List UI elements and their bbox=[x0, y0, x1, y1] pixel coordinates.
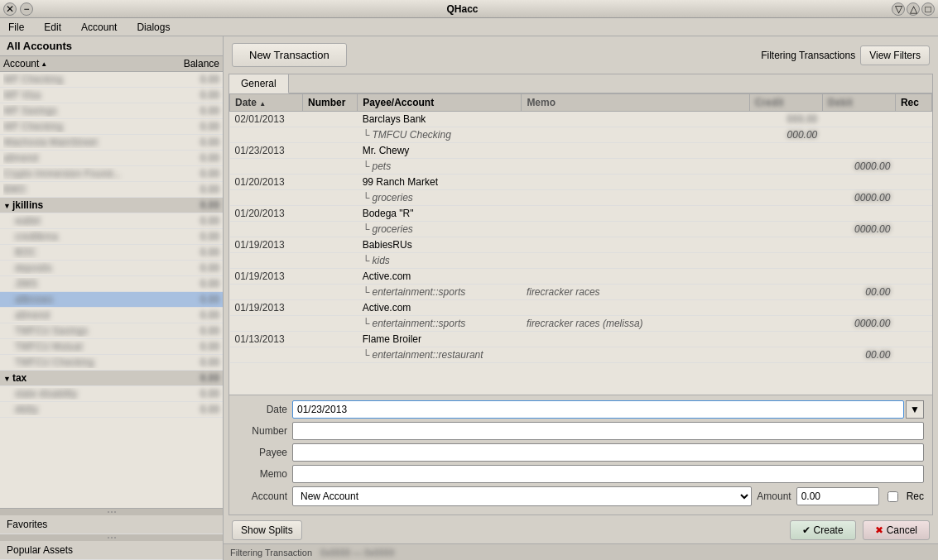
date-input[interactable] bbox=[292, 400, 904, 419]
split-row[interactable]: └ entertainment::sportsfirecracker races… bbox=[230, 316, 932, 332]
tab-general[interactable]: General bbox=[229, 74, 289, 93]
memo-input[interactable] bbox=[292, 465, 924, 483]
view-filters-button[interactable]: View Filters bbox=[860, 45, 930, 65]
split-row[interactable]: └ groceries0000.00 bbox=[230, 222, 932, 237]
col-header-memo[interactable]: Memo bbox=[522, 94, 749, 112]
col-header-number[interactable]: Number bbox=[303, 94, 358, 112]
account-list-item[interactable]: BMO0.00 bbox=[0, 182, 223, 198]
split-row[interactable]: └ pets0000.00 bbox=[230, 159, 932, 175]
col-header-debit[interactable]: Debit bbox=[822, 94, 895, 112]
fullscreen-button[interactable]: □ bbox=[921, 2, 935, 16]
close-button[interactable]: ✕ bbox=[3, 2, 17, 16]
account-list-item[interactable]: wallet0.00 bbox=[0, 213, 223, 229]
table-header-row: Date ▲ Number Payee/Account Memo bbox=[230, 94, 932, 112]
date-dropdown-button[interactable]: ▼ bbox=[906, 400, 924, 419]
account-list-item[interactable]: WF Savings0.00 bbox=[0, 103, 223, 119]
table-row[interactable]: 01/20/201399 Ranch Market bbox=[230, 175, 932, 190]
account-list-item[interactable]: TMFCU Checking0.00 bbox=[0, 355, 223, 371]
account-balance: 0.00 bbox=[161, 168, 219, 179]
account-list-item[interactable]: ▼tax0.00 bbox=[0, 371, 223, 386]
account-list-item[interactable]: Crypto Immersion Found...0.00 bbox=[0, 166, 223, 182]
menu-account[interactable]: Account bbox=[76, 20, 122, 35]
split-cell bbox=[230, 127, 303, 143]
table-row[interactable]: 01/23/2013Mr. Chewy bbox=[230, 143, 932, 159]
account-balance: 0.00 bbox=[161, 199, 219, 211]
table-row[interactable]: 01/20/2013Bodega "R" bbox=[230, 206, 932, 222]
account-select[interactable]: New Account bbox=[292, 486, 752, 506]
new-transaction-button[interactable]: New Transaction bbox=[232, 43, 347, 67]
menu-edit[interactable]: Edit bbox=[39, 20, 66, 35]
account-list-item[interactable]: WF Visa0.00 bbox=[0, 88, 223, 103]
transaction-table-container[interactable]: Date ▲ Number Payee/Account Memo bbox=[229, 93, 932, 395]
account-list-item[interactable]: WF Checking0.00 bbox=[0, 119, 223, 135]
account-list-item[interactable]: BOC0.00 bbox=[0, 245, 223, 261]
minimize-button[interactable]: − bbox=[20, 2, 33, 16]
table-cell bbox=[822, 237, 895, 253]
col-header-rec[interactable]: Rec bbox=[895, 94, 931, 112]
menu-file[interactable]: File bbox=[3, 20, 29, 35]
cancel-label: Cancel bbox=[887, 524, 917, 536]
memo-label: Memo bbox=[238, 468, 287, 480]
sidebar-resize-handle[interactable]: ⋯ bbox=[0, 509, 223, 515]
account-list-item[interactable]: WF Checking0.00 bbox=[0, 72, 223, 88]
tree-expand-icon[interactable]: ▼ bbox=[3, 202, 11, 210]
menu-dialogs[interactable]: Dialogs bbox=[132, 20, 175, 35]
col-header-date[interactable]: Date ▲ bbox=[230, 94, 303, 112]
titlebar-controls: ✕ − bbox=[3, 2, 33, 16]
sidebar-footer: ⋯ Favorites ⋯ Popular Assets bbox=[0, 508, 223, 560]
rec-checkbox-label: Rec bbox=[907, 491, 924, 502]
balance-column-header[interactable]: Balance bbox=[161, 58, 219, 69]
table-row[interactable]: 02/01/2013Barclays Bank000.00 bbox=[230, 112, 932, 127]
split-cell: 00.00 bbox=[822, 347, 895, 363]
table-cell bbox=[895, 332, 931, 347]
tree-expand-icon[interactable]: ▼ bbox=[3, 375, 11, 383]
table-cell: 01/19/2013 bbox=[230, 300, 303, 316]
create-button[interactable]: ✔ Create bbox=[790, 520, 856, 540]
table-cell bbox=[303, 175, 358, 190]
account-name: creditkma bbox=[3, 231, 161, 242]
create-label: Create bbox=[814, 524, 844, 536]
minimize-icon: − bbox=[23, 3, 29, 15]
account-list-item[interactable]: deposits0.00 bbox=[0, 261, 223, 276]
split-row[interactable]: └ groceries0000.00 bbox=[230, 190, 932, 206]
cancel-button[interactable]: ✖ Cancel bbox=[863, 520, 930, 540]
account-list-item[interactable]: JIMS0.00 bbox=[0, 276, 223, 292]
account-list-item[interactable]: TMFCU Savings0.00 bbox=[0, 323, 223, 339]
table-cell bbox=[303, 206, 358, 222]
account-column-header[interactable]: Account ▲ bbox=[3, 58, 161, 69]
popular-assets-item[interactable]: Popular Assets bbox=[0, 541, 223, 560]
account-list-item[interactable]: state disability0.00 bbox=[0, 386, 223, 402]
date-field-wrapper: ▼ bbox=[292, 400, 924, 419]
col-header-payee[interactable]: Payee/Account bbox=[358, 94, 522, 112]
expand-button[interactable]: △ bbox=[907, 2, 920, 16]
table-row[interactable]: 01/19/2013Active.com bbox=[230, 300, 932, 316]
split-row[interactable]: └ entertainment::sportsfirecracker races… bbox=[230, 285, 932, 300]
rec-checkbox[interactable] bbox=[887, 491, 898, 502]
account-list-item[interactable]: creditkma0.00 bbox=[0, 229, 223, 245]
account-list-item[interactable]: allmend0.00 bbox=[0, 151, 223, 166]
transaction-panel: General Date ▲ Number bbox=[228, 74, 933, 515]
amount-input[interactable] bbox=[796, 487, 879, 505]
account-list-item[interactable]: dkitty0.00 bbox=[0, 402, 223, 418]
split-row[interactable]: └ TMFCU Checking000.00 bbox=[230, 127, 932, 143]
table-row[interactable]: 01/19/2013BabiesRUs bbox=[230, 237, 932, 253]
account-list-item[interactable]: allmend0.00 bbox=[0, 308, 223, 323]
collapse-button[interactable]: ▽ bbox=[892, 2, 905, 16]
table-row[interactable]: 01/19/2013Active.com bbox=[230, 269, 932, 285]
account-list-item[interactable]: TMFCU Mutual0.00 bbox=[0, 339, 223, 355]
split-row[interactable]: └ kids bbox=[230, 253, 932, 269]
group-name: jkillins bbox=[12, 199, 43, 211]
table-cell bbox=[895, 112, 931, 127]
split-row[interactable]: └ entertainment::restaurant00.00 bbox=[230, 347, 932, 363]
account-list-item[interactable]: Wachovia MainStreet0.00 bbox=[0, 135, 223, 151]
account-balance: 0.00 bbox=[161, 404, 219, 415]
table-row[interactable]: 01/13/2013Flame Broiler bbox=[230, 332, 932, 347]
account-name: WF Visa bbox=[3, 89, 161, 101]
number-input[interactable] bbox=[292, 422, 924, 440]
show-splits-button[interactable]: Show Splits bbox=[232, 520, 302, 540]
account-list-item[interactable]: ▼jkillins0.00 bbox=[0, 198, 223, 213]
payee-input[interactable] bbox=[292, 443, 924, 462]
col-header-credit[interactable]: Credit bbox=[749, 94, 822, 112]
sidebar-resize-handle-2[interactable]: ⋯ bbox=[0, 534, 223, 541]
account-list-item[interactable]: allknows0.00 bbox=[0, 292, 223, 308]
